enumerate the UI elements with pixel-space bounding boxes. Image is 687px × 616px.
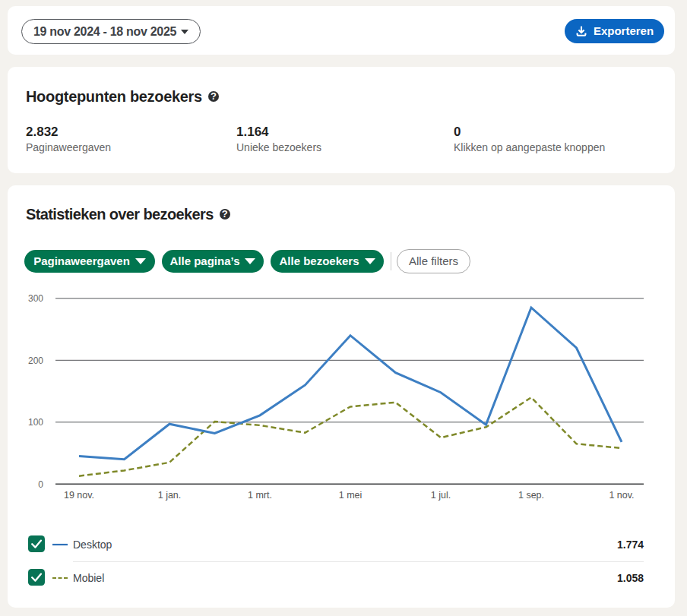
svg-text:1 mei: 1 mei [339, 490, 362, 501]
svg-text:100: 100 [28, 417, 43, 428]
svg-text:300: 300 [28, 293, 43, 304]
svg-text:1 sep.: 1 sep. [518, 490, 544, 501]
svg-text:0: 0 [38, 479, 43, 490]
svg-text:19 nov.: 19 nov. [64, 490, 94, 501]
svg-text:1 nov.: 1 nov. [609, 490, 634, 501]
svg-text:200: 200 [28, 355, 43, 366]
svg-text:1 jan.: 1 jan. [158, 490, 182, 501]
svg-text:1 jul.: 1 jul. [431, 490, 451, 501]
svg-text:1 mrt.: 1 mrt. [248, 490, 272, 501]
